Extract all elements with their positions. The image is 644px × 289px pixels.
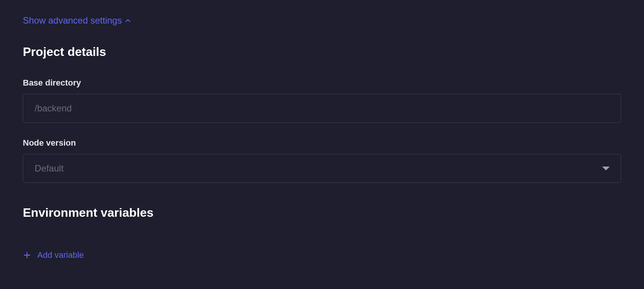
environment-variables-section: Environment variables Add variable <box>23 206 621 261</box>
project-details-section: Project details Base directory Node vers… <box>23 45 621 183</box>
base-directory-input[interactable] <box>23 94 621 123</box>
node-version-label: Node version <box>23 138 621 148</box>
base-directory-label: Base directory <box>23 78 621 88</box>
plus-icon <box>23 251 31 259</box>
show-advanced-settings-toggle[interactable]: Show advanced settings <box>23 15 132 26</box>
advanced-toggle-label: Show advanced settings <box>23 15 122 26</box>
chevron-up-icon <box>124 17 132 24</box>
add-variable-button[interactable]: Add variable <box>23 250 84 260</box>
environment-variables-heading: Environment variables <box>23 206 621 220</box>
node-version-select-wrapper: Default <box>23 154 621 183</box>
node-version-field: Node version Default <box>23 138 621 183</box>
project-details-heading: Project details <box>23 45 621 59</box>
add-variable-label: Add variable <box>37 250 84 260</box>
base-directory-field: Base directory <box>23 78 621 123</box>
node-version-select[interactable]: Default <box>23 154 621 183</box>
